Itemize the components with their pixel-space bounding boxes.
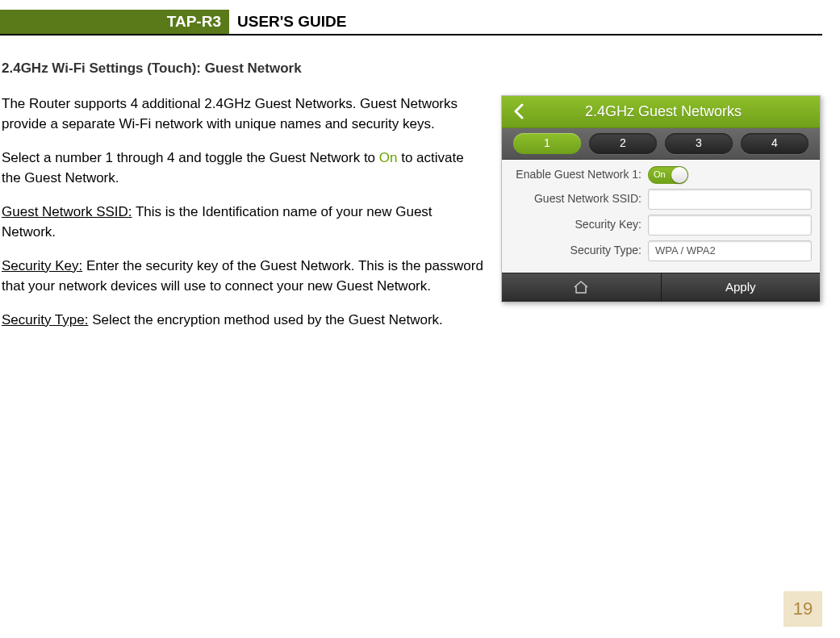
ssid-term: Guest Network SSID: (2, 204, 132, 219)
toggle-on-text: On (648, 168, 666, 181)
home-icon (573, 280, 589, 294)
ssid-paragraph: Guest Network SSID: This is the Identifi… (2, 202, 485, 243)
ssid-label: Guest Network SSID: (507, 190, 648, 207)
security-key-term: Security Key: (2, 258, 82, 273)
home-button[interactable] (502, 273, 662, 302)
device-form: Enable Guest Network 1: On Guest Network… (502, 160, 820, 273)
intro-paragraph: The Router supports 4 additional 2.4GHz … (2, 94, 485, 135)
security-type-term: Security Type: (2, 312, 88, 327)
security-type-label: Security Type: (507, 242, 648, 259)
activate-paragraph: Select a number 1 through 4 and toggle t… (2, 148, 485, 189)
product-tag: TAP-R3 (11, 10, 229, 34)
security-type-select[interactable]: WPA / WPA2 (648, 240, 812, 261)
activate-text-a: Select a number 1 through 4 and toggle t… (2, 150, 379, 165)
page-number: 19 (784, 591, 822, 627)
chevron-left-icon (513, 103, 524, 119)
device-screenshot: 2.4GHz Guest Networks 1 2 3 4 Enable Gue… (501, 95, 821, 302)
security-type-desc: Select the encryption method used by the… (88, 312, 442, 327)
device-title: 2.4GHz Guest Networks (531, 101, 815, 123)
security-key-label: Security Key: (507, 216, 648, 233)
back-button[interactable] (507, 99, 531, 123)
device-footer: Apply (502, 273, 820, 302)
tab-network-3[interactable]: 3 (665, 133, 733, 154)
security-type-paragraph: Security Type: Select the encryption met… (2, 310, 485, 331)
tab-network-2[interactable]: 2 (589, 133, 657, 154)
security-key-input[interactable] (648, 215, 812, 236)
enable-toggle[interactable]: On (648, 166, 688, 184)
ssid-input[interactable] (648, 189, 812, 210)
header-accent (0, 10, 11, 34)
toggle-knob (671, 167, 687, 183)
enable-label: Enable Guest Network 1: (507, 166, 648, 183)
on-highlight: On (379, 150, 398, 165)
tab-network-1[interactable]: 1 (513, 133, 581, 154)
page-content: 2.4GHz Wi-Fi Settings (Touch): Guest Net… (0, 35, 840, 343)
network-tabs: 1 2 3 4 (502, 128, 820, 160)
page-header: TAP-R3 USER'S GUIDE (0, 10, 822, 35)
doc-title: USER'S GUIDE (229, 10, 346, 34)
security-key-paragraph: Security Key: Enter the security key of … (2, 256, 485, 297)
tab-network-4[interactable]: 4 (741, 133, 809, 154)
apply-button[interactable]: Apply (662, 273, 821, 302)
section-title: 2.4GHz Wi-Fi Settings (Touch): Guest Net… (2, 58, 821, 79)
device-topbar: 2.4GHz Guest Networks (502, 96, 820, 128)
